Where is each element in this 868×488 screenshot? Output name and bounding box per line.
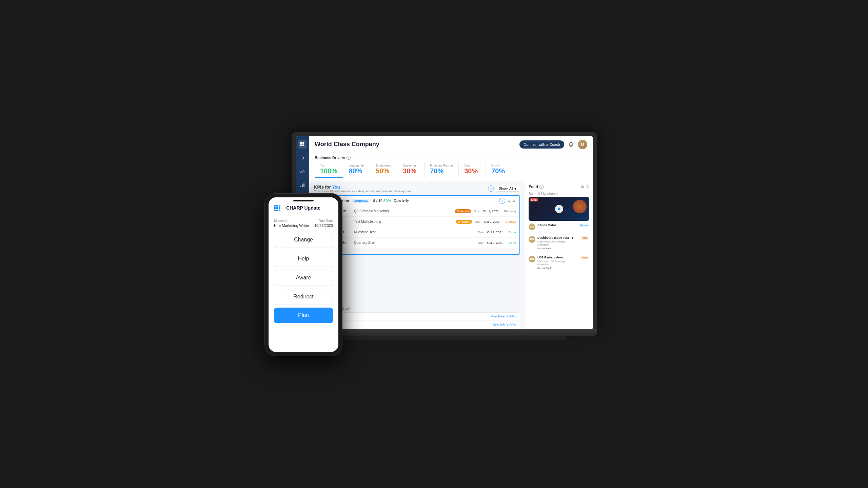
driver-growth[interactable]: Growth 70% bbox=[486, 162, 513, 178]
feed-help-icon: ? bbox=[539, 185, 544, 189]
drivers-row: You 100% Leadership 80% Employees 50% bbox=[315, 162, 587, 178]
laptop-foot bbox=[322, 336, 566, 340]
feed-item: KS Dashboard Issue Test - 1 Milestone: Q… bbox=[529, 236, 589, 253]
plan-button[interactable]: Plan bbox=[274, 308, 333, 323]
kpi-header: KPIs for You This is Key Performance of … bbox=[314, 184, 520, 193]
reports-title: Reports bbox=[314, 301, 520, 306]
play-button[interactable] bbox=[555, 205, 563, 213]
livestream-label: Summit Livestream bbox=[529, 192, 589, 196]
feed-item-milestone-label: Milestone: Q3 Strategic Marketing bbox=[537, 240, 578, 246]
feed-item: KS LDP Participation Milestone: Q3 Strat… bbox=[529, 256, 589, 272]
phone-grid-icon bbox=[274, 205, 280, 211]
kpi-table-add-button[interactable]: + bbox=[499, 198, 505, 204]
svg-rect-3 bbox=[302, 144, 304, 146]
status-badge: Done bbox=[509, 241, 516, 245]
change-button[interactable]: Change bbox=[274, 232, 333, 248]
feed-add-icon[interactable]: ⊕ bbox=[581, 184, 584, 189]
driver-customer[interactable]: Customer 30% bbox=[397, 162, 425, 178]
feed-badge: Help bbox=[580, 236, 589, 240]
due-date-value: 10/23/2020 bbox=[314, 223, 333, 228]
driver-leadership[interactable]: Leadership 80% bbox=[343, 162, 370, 178]
driver-employees[interactable]: Employees 50% bbox=[370, 162, 397, 178]
kpi-title: KPIs for You bbox=[314, 184, 412, 190]
scene: World Class Company Connect with a Coach bbox=[264, 125, 604, 363]
kpi-add-button[interactable]: + bbox=[488, 186, 494, 192]
feed-badge: Help bbox=[580, 256, 589, 259]
business-drivers-section: Business Drivers ? You 100% Leadership 8… bbox=[309, 153, 593, 181]
notification-bell-icon[interactable] bbox=[568, 141, 574, 148]
business-drivers-label: Business Drivers ? bbox=[315, 156, 587, 160]
table-row: JD John Doe Test Mulitple thing 2 Issues… bbox=[315, 217, 519, 227]
feed-item-milestone-value: Q3 Strategic Marketing bbox=[537, 240, 566, 246]
phone-header: CHARP Update bbox=[269, 203, 338, 215]
feed-panel: Feed ? ⊕ ▽ Summit Livestream LIVE bbox=[525, 181, 593, 329]
feed-item-title: Dashboard Issue Test - 1 bbox=[537, 236, 578, 239]
due-date-label: Due Date bbox=[314, 219, 333, 223]
kpi-controls: + Show: All ▼ bbox=[488, 186, 520, 192]
avatar[interactable]: U bbox=[578, 140, 587, 149]
phone-content: Milestone Hire Marketing Writer Due Date… bbox=[269, 215, 338, 352]
kpi-score: 8 / 10 80% bbox=[373, 199, 391, 203]
feed-badge: Video bbox=[578, 223, 589, 227]
view-johns-kpis-link[interactable]: View John's KPIs bbox=[492, 323, 516, 326]
video-thumbnail[interactable]: LIVE bbox=[529, 197, 589, 221]
milestone-row: Milestone Hire Marketing Writer Due Date… bbox=[274, 219, 333, 228]
feed-item-content: LDP Participation Milestone: Q3 Strategi… bbox=[537, 256, 578, 270]
status-badge: Done bbox=[509, 231, 516, 234]
feed-item-content: Dashboard Issue Test - 1 Milestone: Q3 S… bbox=[537, 236, 578, 250]
kpi-row-task: Q3 Strategic Marketing bbox=[354, 209, 452, 213]
feed-user-avatar: KS bbox=[529, 256, 535, 262]
svg-rect-1 bbox=[302, 142, 304, 144]
redirect-button[interactable]: Redirect bbox=[274, 289, 333, 305]
feed-item-title: Carlos Matos bbox=[537, 223, 576, 227]
kpi-row-more: ... bbox=[315, 248, 519, 254]
feed-item-milestone-label: Milestone: Q3 Strategic Marketing bbox=[537, 260, 578, 266]
feed-item: CM Carlos Matos Video bbox=[529, 223, 589, 233]
driver-you[interactable]: You 100% bbox=[315, 162, 343, 178]
table-row: KS Karen Smith Q3 Strategic Marketing 3 … bbox=[315, 206, 519, 217]
connect-coach-button[interactable]: Connect with a Coach bbox=[519, 140, 564, 149]
help-button[interactable]: Help bbox=[274, 251, 333, 267]
feed-item-content: Carlos Matos bbox=[537, 223, 576, 228]
feed-controls: ⊕ ▽ bbox=[581, 184, 589, 189]
header-actions: Connect with a Coach U bbox=[519, 140, 587, 149]
show-all-button[interactable]: Show: All ▼ bbox=[496, 186, 520, 192]
feed-header: Feed ? ⊕ ▽ bbox=[529, 184, 589, 189]
feed-user-avatar: KS bbox=[529, 236, 535, 243]
svg-rect-5 bbox=[302, 184, 303, 187]
phone-notch bbox=[293, 200, 314, 201]
kpi-table-header-right: + ⊿ ▲ bbox=[499, 198, 516, 204]
status-badge: Planning bbox=[504, 210, 516, 213]
aware-button[interactable]: Aware bbox=[274, 270, 333, 286]
issue-badge: 3 Issues bbox=[455, 209, 471, 213]
kpi-row-task: Test Mulitple thing bbox=[354, 220, 453, 223]
kpi-row-task: Milestone Test bbox=[354, 230, 413, 234]
list-item: John View John's KPIs bbox=[314, 321, 520, 329]
milestone-label: Milestone bbox=[274, 219, 309, 223]
view-karens-kpis-link[interactable]: View Karen's KPIs bbox=[491, 315, 516, 318]
collapse-icon[interactable]: ▲ bbox=[512, 199, 516, 203]
filter-icon[interactable]: ⊿ bbox=[507, 198, 510, 203]
feed-filter-icon[interactable]: ▽ bbox=[586, 184, 589, 189]
main-content: World Class Company Connect with a Coach bbox=[309, 136, 593, 329]
driver-cash[interactable]: Cash 30% bbox=[459, 162, 486, 178]
sidebar-icon-chart[interactable] bbox=[298, 168, 307, 176]
corporate-badge: Corporate bbox=[352, 199, 370, 203]
page-title: World Class Company bbox=[315, 141, 379, 148]
svg-rect-6 bbox=[303, 183, 304, 187]
phone-screen: CHARP Update Milestone Hire Marketing Wr… bbox=[269, 197, 338, 352]
kpi-table: LDP Participation Corporate 8 / 10 80% Q… bbox=[314, 195, 520, 255]
phone: CHARP Update Milestone Hire Marketing Wr… bbox=[264, 193, 342, 356]
feed-user-avatar: CM bbox=[529, 223, 535, 230]
reports-subtitle: Shows you things and stuff bbox=[314, 307, 520, 310]
feed-item-user: Karen Smith bbox=[537, 247, 578, 250]
sidebar-icon-grid[interactable] bbox=[298, 140, 307, 149]
sidebar-icon-bar[interactable] bbox=[298, 181, 307, 189]
driver-financial-partner[interactable]: Financial Partner 70% bbox=[425, 162, 459, 178]
feed-item-milestone-value: Q3 Strategic Marketing bbox=[537, 260, 566, 266]
milestone-value: Hire Marketing Writer bbox=[274, 223, 309, 228]
svg-rect-2 bbox=[300, 144, 302, 146]
list-item: Karen Smith View Karen's KPIs bbox=[314, 313, 520, 321]
play-triangle-icon bbox=[558, 207, 561, 211]
sidebar-icon-arrow[interactable] bbox=[298, 154, 307, 162]
